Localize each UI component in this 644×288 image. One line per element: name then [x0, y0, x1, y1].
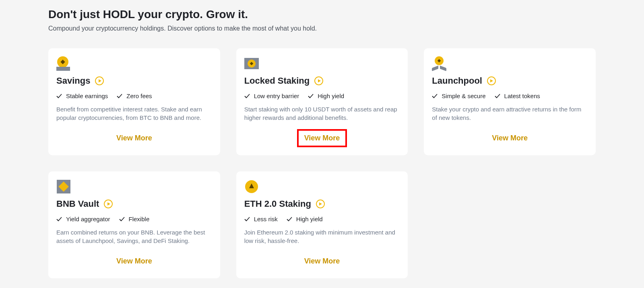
- card-description: Stake your crypto and earn attractive re…: [432, 105, 588, 122]
- view-more-wrap: View More: [244, 129, 400, 147]
- feature-label: Flexible: [129, 216, 150, 222]
- view-more-wrap: View More: [56, 129, 212, 147]
- check-icon: [308, 93, 314, 99]
- feature-label: Simple & secure: [442, 93, 485, 99]
- eth-staking-icon: [244, 179, 259, 194]
- play-icon[interactable]: [104, 200, 113, 208]
- card-launchpool: Launchpool Simple & secure Latest tokens…: [424, 48, 596, 155]
- card-title-row: Launchpool: [432, 76, 588, 86]
- card-title: Savings: [56, 76, 90, 86]
- feature-item: Simple & secure: [432, 93, 485, 99]
- card-description: Benefit from competitive interest rates.…: [56, 105, 212, 122]
- card-eth-staking: ETH 2.0 Staking Less risk High yield Joi…: [236, 171, 408, 278]
- feature-label: High yield: [296, 216, 323, 222]
- view-more-wrap: View More: [56, 252, 212, 270]
- feature-list: Less risk High yield: [244, 216, 400, 222]
- play-icon[interactable]: [314, 76, 323, 85]
- card-description: Earn combined returns on your BNB. Lever…: [56, 228, 212, 245]
- card-title-row: ETH 2.0 Staking: [244, 199, 400, 209]
- check-icon: [119, 216, 125, 222]
- feature-list: Simple & secure Latest tokens: [432, 93, 588, 99]
- card-title: BNB Vault: [56, 199, 99, 209]
- check-icon: [244, 93, 250, 99]
- feature-item: Stable earnings: [56, 93, 108, 99]
- card-title-row: Savings: [56, 76, 212, 86]
- view-more-button[interactable]: View More: [297, 129, 347, 147]
- card-title: ETH 2.0 Staking: [244, 199, 311, 209]
- bnb-vault-icon: [56, 179, 71, 194]
- feature-list: Stable earnings Zero fees: [56, 93, 212, 99]
- feature-item: High yield: [287, 216, 323, 222]
- play-icon[interactable]: [95, 76, 104, 85]
- feature-label: High yield: [318, 93, 344, 99]
- check-icon: [56, 216, 62, 222]
- check-icon: [244, 216, 250, 222]
- check-icon: [117, 93, 122, 99]
- feature-label: Less risk: [254, 216, 278, 222]
- check-icon: [287, 216, 292, 222]
- feature-list: Low entry barrier High yield: [244, 93, 400, 99]
- locked-staking-icon: [244, 56, 259, 71]
- feature-label: Yield aggregator: [66, 216, 110, 222]
- play-icon[interactable]: [316, 200, 325, 208]
- feature-item: Latest tokens: [495, 93, 540, 99]
- view-more-wrap: View More: [244, 252, 400, 270]
- feature-item: Zero fees: [117, 93, 152, 99]
- card-description: Join Ethereum 2.0 staking with minimum i…: [244, 228, 400, 245]
- feature-item: Low entry barrier: [244, 93, 299, 99]
- card-savings: Savings Stable earnings Zero fees Benefi…: [48, 48, 220, 155]
- savings-icon: [56, 56, 71, 71]
- feature-label: Low entry barrier: [254, 93, 299, 99]
- feature-label: Zero fees: [126, 93, 152, 99]
- launchpool-icon: [432, 56, 446, 71]
- view-more-button[interactable]: View More: [109, 129, 159, 147]
- check-icon: [56, 93, 62, 99]
- feature-item: Less risk: [244, 216, 278, 222]
- feature-item: High yield: [308, 93, 344, 99]
- card-description: Start staking with only 10 USDT worth of…: [244, 105, 400, 122]
- feature-item: Flexible: [119, 216, 150, 222]
- page-subtitle: Compound your cryptocurrency holdings. D…: [48, 25, 596, 32]
- feature-list: Yield aggregator Flexible: [56, 216, 212, 222]
- play-icon[interactable]: [487, 76, 496, 85]
- view-more-button[interactable]: View More: [297, 252, 347, 270]
- feature-item: Yield aggregator: [56, 216, 110, 222]
- view-more-wrap: View More: [432, 129, 588, 147]
- products-grid: Savings Stable earnings Zero fees Benefi…: [48, 48, 596, 278]
- card-locked-staking: Locked Staking Low entry barrier High yi…: [236, 48, 408, 155]
- page-title: Don't just HODL your crypto. Grow it.: [48, 8, 596, 21]
- feature-label: Stable earnings: [66, 93, 108, 99]
- card-bnb-vault: BNB Vault Yield aggregator Flexible Earn…: [48, 171, 220, 278]
- view-more-button[interactable]: View More: [485, 129, 535, 147]
- card-title-row: Locked Staking: [244, 76, 400, 86]
- card-title-row: BNB Vault: [56, 199, 212, 209]
- page-container: Don't just HODL your crypto. Grow it. Co…: [0, 0, 644, 288]
- check-icon: [495, 93, 500, 99]
- view-more-button[interactable]: View More: [109, 252, 159, 270]
- check-icon: [432, 93, 438, 99]
- card-title: Locked Staking: [244, 76, 310, 86]
- card-title: Launchpool: [432, 76, 482, 86]
- feature-label: Latest tokens: [504, 93, 540, 99]
